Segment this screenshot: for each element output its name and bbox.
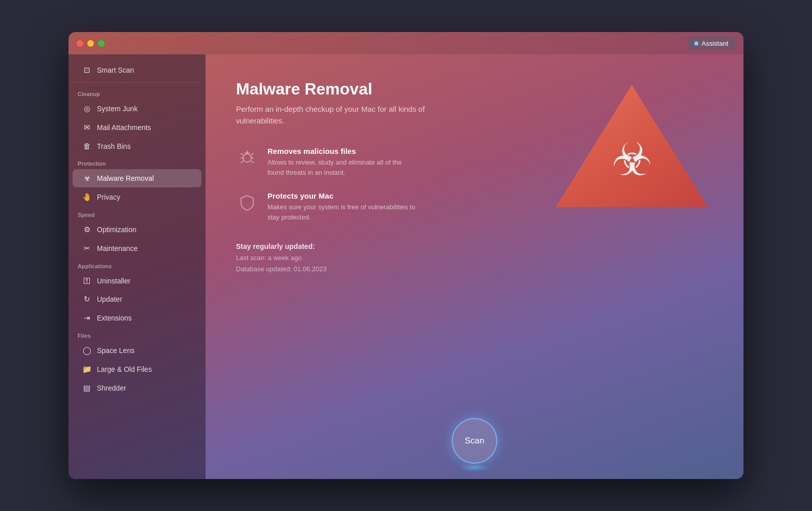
sidebar: ⊡ Smart Scan Cleanup ◎ System Junk ✉ Mai…	[69, 54, 206, 479]
feature-title: Protects your Mac	[267, 191, 420, 200]
feature-item-malicious-files: Removes malicious files Allows to review…	[236, 147, 459, 177]
maintenance-icon: ✂	[82, 244, 92, 253]
sidebar-item-label: Malware Removal	[97, 174, 154, 182]
feature-item-protection: Protects your Mac Makes sure your system…	[236, 191, 459, 222]
feature-text: Removes malicious files Allows to review…	[267, 147, 420, 177]
cleanup-section-label: Cleanup	[69, 86, 206, 99]
sidebar-item-maintenance[interactable]: ✂ Maintenance	[73, 239, 201, 258]
sidebar-item-shredder[interactable]: ▤ Shredder	[73, 379, 201, 397]
svg-line-6	[241, 161, 243, 163]
sidebar-item-optimization[interactable]: ⚙ Optimization	[73, 220, 201, 239]
feature-text: Protects your Mac Makes sure your system…	[267, 191, 420, 222]
feature-desc: Allows to review, study and eliminate al…	[267, 157, 420, 177]
privacy-icon: 🤚	[82, 193, 92, 202]
sidebar-item-trash-bins[interactable]: 🗑 Trash Bins	[73, 137, 201, 155]
sidebar-item-malware-removal[interactable]: ☣ Malware Removal	[73, 169, 201, 187]
files-section-label: Files	[69, 328, 206, 341]
assistant-button[interactable]: Assistant	[687, 37, 735, 50]
sidebar-item-label: Optimization	[97, 226, 137, 234]
sidebar-item-label: Shredder	[97, 384, 126, 392]
sidebar-item-label: Extensions	[97, 314, 131, 322]
shield-icon	[236, 191, 258, 214]
sidebar-item-label: Maintenance	[97, 244, 138, 252]
traffic-lights	[77, 40, 105, 47]
last-scan-text: Last scan: a week ago	[236, 252, 713, 264]
protection-section-label: Protection	[69, 155, 206, 169]
svg-line-3	[251, 153, 253, 155]
shredder-icon: ▤	[82, 384, 92, 393]
sidebar-item-privacy[interactable]: 🤚 Privacy	[73, 188, 201, 206]
uninstaller-icon: ⚿	[82, 276, 92, 285]
sidebar-divider	[75, 82, 199, 83]
scan-button[interactable]: Scan	[452, 418, 497, 464]
biohazard-graphic: ☣	[551, 75, 713, 237]
sidebar-item-extensions[interactable]: ⇥ Extensions	[73, 309, 201, 327]
sidebar-item-updater[interactable]: ↻ Updater	[73, 290, 201, 308]
sidebar-item-label: Uninstaller	[97, 277, 130, 285]
sidebar-item-mail-attachments[interactable]: ✉ Mail Attachments	[73, 118, 201, 137]
maximize-button[interactable]	[98, 40, 105, 47]
update-info: Stay regularly updated: Last scan: a wee…	[236, 242, 713, 275]
malware-icon: ☣	[82, 174, 92, 183]
large-files-icon: 📁	[82, 365, 92, 374]
smart-scan-icon: ⊡	[82, 66, 92, 75]
title-bar: Assistant	[69, 32, 743, 54]
assistant-label: Assistant	[701, 40, 728, 47]
page-subtitle: Perform an in-depth checkup of your Mac …	[236, 104, 429, 126]
bug-icon	[236, 147, 258, 169]
content-area: Malware Removal Perform an in-depth chec…	[206, 54, 743, 479]
svg-line-7	[251, 161, 253, 163]
sidebar-item-label: Space Lens	[97, 346, 134, 355]
assistant-dot-icon	[694, 41, 698, 45]
biohazard-background: ☣	[556, 85, 708, 227]
sidebar-item-label: Smart Scan	[97, 66, 134, 74]
sidebar-item-label: Privacy	[97, 193, 120, 201]
sidebar-item-label: Trash Bins	[97, 142, 130, 150]
optimization-icon: ⚙	[82, 225, 92, 234]
app-window: Assistant ⊡ Smart Scan Cleanup ◎ System …	[69, 32, 743, 479]
sidebar-item-large-old-files[interactable]: 📁 Large & Old Files	[73, 360, 201, 378]
scan-button-glow	[459, 464, 490, 471]
scan-button-area: Scan	[452, 418, 497, 464]
sidebar-item-smart-scan[interactable]: ⊡ Smart Scan	[73, 61, 201, 79]
minimize-button[interactable]	[87, 40, 94, 47]
updater-icon: ↻	[82, 295, 92, 304]
sidebar-item-label: System Junk	[97, 105, 138, 113]
sidebar-item-label: Large & Old Files	[97, 365, 152, 373]
mail-icon: ✉	[82, 123, 92, 132]
biohazard-icon: ☣	[612, 137, 653, 182]
extensions-icon: ⇥	[82, 313, 92, 323]
main-content: ⊡ Smart Scan Cleanup ◎ System Junk ✉ Mai…	[69, 54, 743, 479]
sidebar-item-label: Mail Attachments	[97, 123, 151, 132]
scan-button-label: Scan	[465, 436, 485, 446]
sidebar-item-space-lens[interactable]: ◯ Space Lens	[73, 341, 201, 360]
features-list: Removes malicious files Allows to review…	[236, 147, 459, 222]
space-lens-icon: ◯	[82, 346, 92, 355]
speed-section-label: Speed	[69, 207, 206, 220]
update-section-title: Stay regularly updated:	[236, 242, 713, 250]
feature-title: Removes malicious files	[267, 147, 420, 155]
close-button[interactable]	[77, 40, 83, 47]
feature-desc: Makes sure your system is free of vulner…	[267, 202, 420, 222]
svg-point-0	[243, 154, 251, 162]
db-updated-text: Database updated: 01.06.2023	[236, 264, 713, 275]
system-junk-icon: ◎	[82, 104, 92, 113]
sidebar-item-system-junk[interactable]: ◎ System Junk	[73, 100, 201, 118]
sidebar-item-uninstaller[interactable]: ⚿ Uninstaller	[73, 272, 201, 290]
sidebar-item-label: Updater	[97, 295, 122, 303]
applications-section-label: Applications	[69, 258, 206, 271]
trash-icon: 🗑	[82, 142, 92, 150]
svg-line-2	[241, 153, 243, 155]
